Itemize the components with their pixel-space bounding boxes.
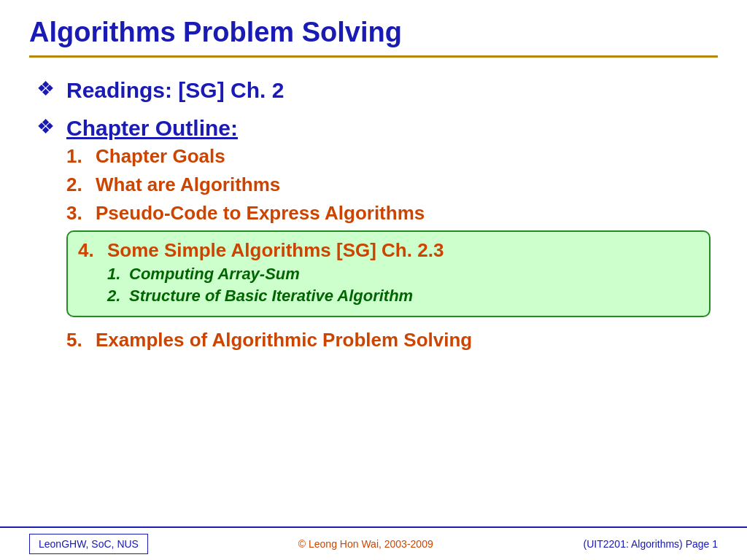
readings-text: Readings: [SG] Ch. 2 [66,78,284,103]
footer-left-text: LeonGHW, SoC, NUS [39,538,139,550]
sub-number-1: 1. [107,265,129,284]
list-item-highlighted: 4. Some Simple Algorithms [SG] Ch. 2.3 1… [66,230,711,323]
outline-text-3: Pseudo-Code to Express Algorithms [96,202,425,225]
content-area: ❖ Readings: [SG] Ch. 2 ❖ Chapter Outline… [0,63,747,526]
footer-right-text: (UIT2201: Algorithms) Page 1 [584,538,718,550]
header-divider [29,55,718,58]
outline-number-2: 2. [66,174,96,196]
diamond-icon-1: ❖ [36,77,55,101]
list-item: 2. What are Algorithms [66,174,711,196]
outline-text-1: Chapter Goals [96,145,225,168]
list-item: 1. Chapter Goals [66,145,711,168]
footer-left-box: LeonGHW, SoC, NUS [29,534,148,554]
footer-center-text: © Leong Hon Wai, 2003-2009 [298,538,433,550]
list-item: 5. Examples of Algorithmic Problem Solvi… [66,329,711,351]
outline-number-5: 5. [66,329,96,351]
outline-text-2: What are Algorithms [96,174,280,196]
chapter-outline-bullet: ❖ Chapter Outline: 1. Chapter Goals 2. W… [36,116,711,357]
outline-text-5: Examples of Algorithmic Problem Solving [96,329,472,351]
chapter-outline-label: Chapter Outline: [66,116,238,140]
sub-list-item: 1. Computing Array-Sum [107,265,694,284]
outline-list: 1. Chapter Goals 2. What are Algorithms … [66,145,711,351]
highlight-box: 4. Some Simple Algorithms [SG] Ch. 2.3 1… [66,230,711,317]
diamond-icon-2: ❖ [36,114,55,139]
sub-list-item: 2. Structure of Basic Iterative Algorith… [107,287,694,306]
outline-text-4: Some Simple Algorithms [SG] Ch. 2.3 [107,239,444,262]
list-item: 3. Pseudo-Code to Express Algorithms [66,202,711,225]
slide-container: Algorithms Problem Solving ❖ Readings: [… [0,0,747,560]
outline-number-3: 3. [66,202,96,225]
sub-number-2: 2. [107,287,129,306]
footer: LeonGHW, SoC, NUS © Leong Hon Wai, 2003-… [0,526,747,560]
outline-content: Chapter Outline: 1. Chapter Goals 2. Wha… [66,116,711,357]
slide-title: Algorithms Problem Solving [29,16,718,50]
readings-bullet: ❖ Readings: [SG] Ch. 2 [36,78,711,103]
outline-number-1: 1. [66,145,96,168]
outline-number-4: 4. [78,239,107,262]
header: Algorithms Problem Solving [0,0,747,63]
sub-text-1: Computing Array-Sum [129,265,300,284]
sub-text-2: Structure of Basic Iterative Algorithm [129,287,413,306]
sub-list: 1. Computing Array-Sum 2. Structure of B… [78,265,694,306]
